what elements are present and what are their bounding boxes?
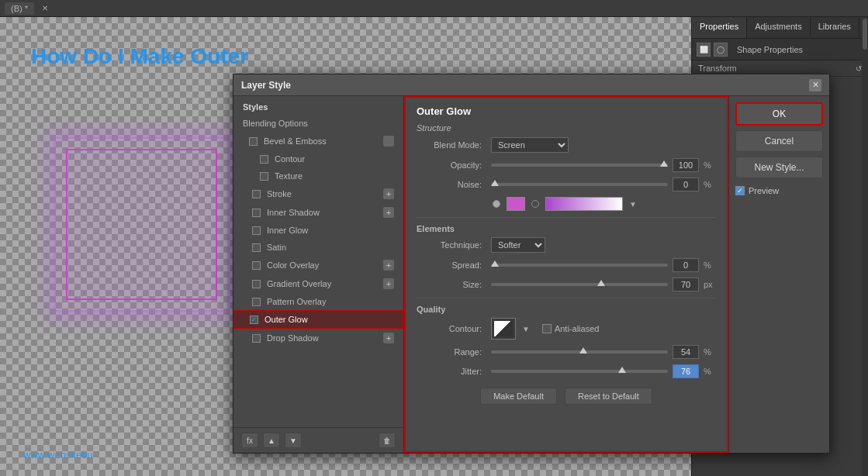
tab-properties[interactable]: Properties <box>692 17 747 38</box>
delete-button[interactable]: 🗑 <box>379 433 396 448</box>
contour-label: Contour <box>275 154 305 164</box>
style-item-bevel[interactable]: Bevel & Emboss <box>233 132 403 150</box>
inner-glow-label: Inner Glow <box>267 226 308 235</box>
panel-scrollbar[interactable] <box>862 17 868 476</box>
style-item-inner-shadow[interactable]: Inner Shadow + <box>233 203 403 222</box>
noise-unit: % <box>704 180 716 189</box>
dialog-body: Styles Blending Options Bevel & Emboss C… <box>233 96 829 453</box>
spread-label: Spread: <box>417 260 486 270</box>
style-item-gradient-overlay[interactable]: Gradient Overlay + <box>233 274 403 293</box>
make-default-button[interactable]: Make Default <box>480 388 557 405</box>
tab-adjustments[interactable]: Adjustments <box>747 17 811 38</box>
inner-shadow-plus[interactable]: + <box>383 207 394 218</box>
spread-value-input[interactable] <box>673 258 699 272</box>
move-up-button[interactable]: ▲ <box>263 433 280 448</box>
noise-value-input[interactable] <box>673 178 699 191</box>
size-unit: px <box>704 280 716 289</box>
quality-section-label: Quality <box>417 298 716 314</box>
fx-button[interactable]: fx <box>241 433 258 448</box>
move-down-button[interactable]: ▼ <box>285 433 302 448</box>
style-item-pattern-overlay[interactable]: Pattern Overlay <box>233 293 403 310</box>
document-tab[interactable]: (B) * <box>5 2 34 15</box>
style-item-texture[interactable]: Texture <box>233 167 403 185</box>
outer-glow-checkbox[interactable]: ✓ <box>250 316 258 324</box>
tab-libraries[interactable]: Libraries <box>811 17 859 38</box>
color-dropdown-arrow[interactable]: ▼ <box>629 200 637 209</box>
dialog-close-button[interactable]: ✕ <box>809 79 821 91</box>
stroke-plus[interactable]: + <box>383 188 394 199</box>
close-tab-btn[interactable]: ✕ <box>42 4 48 12</box>
color-radio-solid[interactable] <box>493 200 500 208</box>
jitter-slider[interactable] <box>491 366 668 377</box>
noise-slider[interactable] <box>491 179 668 190</box>
canvas-main-rect <box>66 149 217 300</box>
color-overlay-label: Color Overlay <box>267 260 319 270</box>
style-item-stroke[interactable]: Stroke + <box>233 185 403 203</box>
dialog-title-bar: Layer Style ✕ <box>233 74 829 96</box>
bevel-checkbox[interactable] <box>249 137 258 146</box>
preview-checkbox[interactable]: ✓ <box>735 186 745 195</box>
refresh-icon: ↺ <box>856 64 862 73</box>
contour-checkbox[interactable] <box>260 155 268 164</box>
style-item-satin[interactable]: Satin <box>233 239 403 256</box>
opacity-value-input[interactable] <box>673 158 699 172</box>
inner-glow-checkbox[interactable] <box>252 226 261 235</box>
blend-mode-label: Blend Mode: <box>417 140 486 150</box>
transform-label: Transform <box>698 64 851 73</box>
range-slider[interactable] <box>491 347 668 357</box>
satin-label: Satin <box>267 243 286 252</box>
panel-icon-circle[interactable]: ◯ <box>714 43 728 57</box>
contour-picker[interactable] <box>491 318 516 340</box>
style-item-color-overlay[interactable]: Color Overlay + <box>233 256 403 274</box>
style-item-outer-glow[interactable]: ✓ Outer Glow <box>233 310 403 329</box>
style-item-contour[interactable]: Contour <box>233 150 403 167</box>
size-value-input[interactable] <box>673 278 699 291</box>
style-item-blending[interactable]: Blending Options <box>233 115 403 132</box>
opacity-slider[interactable] <box>491 160 668 171</box>
scrollbar-thumb <box>863 19 867 50</box>
style-item-inner-glow[interactable]: Inner Glow <box>233 222 403 239</box>
inner-shadow-checkbox[interactable] <box>252 209 261 217</box>
pattern-overlay-checkbox[interactable] <box>252 298 261 306</box>
bevel-label: Bevel & Emboss <box>264 136 327 146</box>
anti-aliased-group: Anti-aliased <box>542 324 599 333</box>
texture-checkbox[interactable] <box>260 172 268 181</box>
top-bar: (B) * ✕ <box>0 0 868 17</box>
color-overlay-plus[interactable]: + <box>383 260 394 271</box>
cancel-button[interactable]: Cancel <box>735 130 823 152</box>
gradient-overlay-plus[interactable]: + <box>383 278 394 289</box>
noise-thumb <box>491 180 499 186</box>
reset-to-default-button[interactable]: Reset to Default <box>565 388 652 405</box>
satin-checkbox[interactable] <box>252 243 261 252</box>
drop-shadow-checkbox[interactable] <box>252 334 261 343</box>
color-overlay-checkbox[interactable] <box>252 261 261 270</box>
range-row: Range: % <box>417 345 716 359</box>
size-slider[interactable] <box>491 279 668 290</box>
contour-arrow[interactable]: ▼ <box>522 325 530 333</box>
gradient-overlay-checkbox[interactable] <box>252 280 261 288</box>
style-item-drop-shadow[interactable]: Drop Shadow + <box>233 329 403 347</box>
panel-icon-shape[interactable]: ⬜ <box>697 43 711 57</box>
stroke-checkbox[interactable] <box>252 190 261 198</box>
range-label: Range: <box>417 347 486 357</box>
jitter-value-input[interactable] <box>673 364 699 378</box>
spread-row: Spread: % <box>417 258 716 272</box>
technique-select[interactable]: Softer Precise <box>491 237 545 253</box>
blend-mode-select[interactable]: Screen Normal Multiply <box>491 137 569 153</box>
color-swatch[interactable] <box>507 197 525 211</box>
range-value-input[interactable] <box>673 345 699 359</box>
stroke-label: Stroke <box>267 189 292 198</box>
drop-shadow-plus[interactable]: + <box>383 333 394 343</box>
default-buttons-row: Make Default Reset to Default <box>417 388 716 405</box>
bevel-plus[interactable] <box>383 136 394 147</box>
color-radio-gradient[interactable] <box>531 200 539 208</box>
spread-slider[interactable] <box>491 260 668 271</box>
color-gradient-swatch[interactable] <box>545 197 623 211</box>
drop-shadow-label: Drop Shadow <box>267 333 319 343</box>
anti-aliased-checkbox[interactable] <box>542 324 552 333</box>
canvas-url-text: www.websitebu <box>23 449 93 460</box>
new-style-button[interactable]: New Style... <box>735 157 823 178</box>
jitter-unit: % <box>704 367 716 376</box>
preview-check-row: ✓ Preview <box>735 183 823 198</box>
ok-button[interactable]: OK <box>735 102 823 126</box>
